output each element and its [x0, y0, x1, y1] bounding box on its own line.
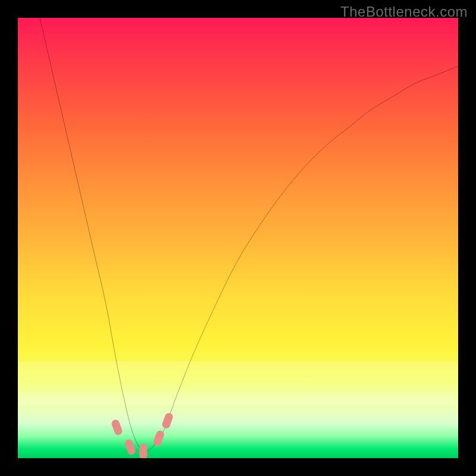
chart-svg: [18, 18, 458, 458]
optimum-marker: [152, 430, 165, 447]
optimum-marker: [111, 418, 124, 436]
plot-area: [18, 18, 458, 458]
optimum-markers: [111, 412, 174, 458]
bottleneck-curve: [40, 18, 458, 452]
optimum-marker: [139, 444, 147, 458]
optimum-marker: [124, 439, 137, 456]
optimum-marker: [161, 412, 174, 430]
curve-group: [40, 18, 458, 452]
outer-frame: TheBottleneck.com: [0, 0, 476, 476]
